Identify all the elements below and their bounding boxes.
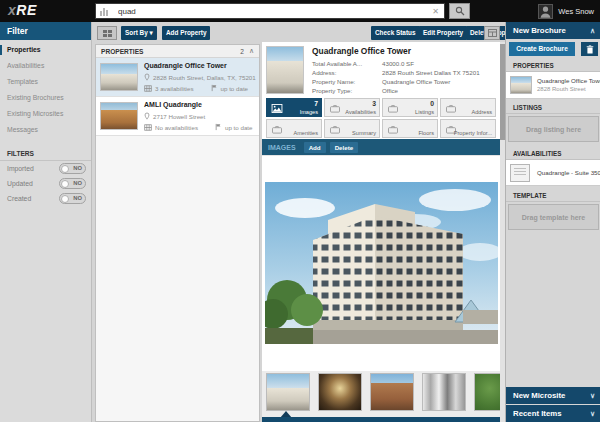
user-avatar-icon: [538, 4, 553, 19]
toggle-knob: [61, 180, 69, 188]
new-microsite-header[interactable]: New Microsite ∨: [506, 387, 600, 404]
brochure-sidebar: New Brochure ∧ Create Brochure PROPERTIE…: [505, 22, 600, 422]
collapse-list-icon[interactable]: ∧: [249, 47, 254, 55]
imported-toggle[interactable]: NO: [59, 163, 86, 174]
chevron-down-icon[interactable]: ∨: [590, 387, 595, 404]
add-image-button[interactable]: Add: [304, 142, 326, 153]
template-drop-zone[interactable]: Drag template here: [508, 204, 599, 230]
sidebar-item-availabilities[interactable]: Availabilities: [0, 60, 91, 72]
search-input[interactable]: [114, 7, 427, 16]
tab-label: Address: [471, 109, 492, 115]
property-name: AMLI Quadrangle: [144, 101, 202, 108]
briefcase-icon: [271, 125, 283, 134]
magnifier-icon: [455, 6, 465, 16]
property-detail-panel: Quadrangle Office Tower Total Available …: [262, 42, 500, 422]
location-pin-icon: [144, 73, 150, 81]
field-row: Property Name:Quadrangle Office Tower: [312, 77, 480, 86]
chevron-up-icon[interactable]: ∧: [590, 22, 595, 39]
brochure-availability-card[interactable]: Quadrangle - Suite 350: [506, 160, 600, 186]
toggle-state: NO: [73, 180, 82, 186]
property-list-title: PROPERTIES: [101, 48, 240, 55]
property-list-item-quadrangle[interactable]: Quadrangle Office Tower 2828 Routh Stree…: [96, 58, 259, 97]
toggle-state: NO: [73, 165, 82, 171]
building-icon: [144, 85, 152, 92]
tab-availabilities[interactable]: 3 Availabilities: [324, 98, 380, 117]
images-toolbar: IMAGES Add Delete: [262, 139, 500, 155]
search-button[interactable]: [449, 3, 470, 19]
flag-icon: [215, 123, 222, 131]
property-status: up to date: [215, 123, 253, 131]
tab-listings[interactable]: 0 Listings: [382, 98, 438, 117]
listing-drop-zone[interactable]: Drag listing here: [508, 116, 599, 142]
property-availabilities: 3 availabilities: [155, 85, 194, 92]
field-label: Property Type:: [312, 86, 382, 95]
sidebar-item-messages[interactable]: Messages: [0, 124, 91, 136]
edit-property-button[interactable]: Edit Property: [419, 26, 467, 40]
tab-label: Summary: [352, 130, 376, 136]
clear-search-icon[interactable]: ✕: [427, 7, 444, 16]
created-toggle[interactable]: NO: [59, 193, 86, 204]
sidebar-item-existing-brochures[interactable]: Existing Brochures: [0, 92, 91, 104]
brochure-trash-button[interactable]: [581, 42, 598, 56]
check-status-button[interactable]: Check Status: [371, 26, 420, 40]
field-value: 2828 Routh Street Dallas TX 75201: [382, 68, 480, 77]
property-list-item-amli[interactable]: AMLI Quadrangle 2717 Howell Street No av…: [96, 97, 259, 136]
tab-floors[interactable]: Floors: [382, 119, 438, 138]
tab-address[interactable]: Address: [440, 98, 496, 117]
field-value: 43000.0 SF: [382, 59, 414, 68]
tab-count: 3: [372, 100, 376, 107]
tab-label: Listings: [415, 109, 434, 115]
detail-fields: Total Available A...43000.0 SF Address:2…: [312, 59, 480, 95]
app-window: xRE ✕ Wes Snow Filter Properties Availab…: [0, 0, 600, 422]
recent-items-title: Recent Items: [513, 409, 562, 418]
brochure-property-card[interactable]: Quadrangle Office Tower 2828 Routh Stree…: [506, 72, 600, 99]
brochure-property-thumbnail: [510, 76, 532, 94]
delete-image-button[interactable]: Delete: [330, 142, 359, 153]
brochure-availability-name: Quadrangle - Suite 350: [537, 169, 600, 176]
brochure-property-name: Quadrangle Office Tower: [537, 77, 600, 84]
property-address: 2828 Routh Street, Dallas, TX, 75201: [153, 74, 256, 81]
detail-tabs: 7 Images 3 Availabilities 0 Listings Add…: [266, 98, 496, 138]
create-brochure-button[interactable]: Create Brochure: [509, 42, 575, 56]
property-address-line: 2717 Howell Street: [144, 112, 205, 120]
toggle-knob: [61, 195, 69, 203]
image-thumbnail-1[interactable]: [266, 373, 310, 411]
sidebar-item-existing-microsites[interactable]: Existing Microsites: [0, 108, 91, 120]
detail-title: Quadrangle Office Tower: [312, 46, 411, 56]
sort-by-button[interactable]: Sort By ▾: [121, 26, 157, 40]
sidebar-item-templates[interactable]: Templates: [0, 76, 91, 88]
filter-sidebar: Filter Properties Availabilities Templat…: [0, 22, 92, 422]
briefcase-icon: [387, 125, 399, 134]
updated-toggle[interactable]: NO: [59, 178, 86, 189]
briefcase-icon: [329, 104, 341, 113]
property-meta-line: No availabilities up to date: [144, 123, 253, 131]
image-thumbnail-3[interactable]: [370, 373, 414, 411]
chevron-down-icon[interactable]: ∨: [590, 405, 595, 422]
property-thumbnail: [100, 63, 138, 91]
image-thumbnail-2[interactable]: [318, 373, 362, 411]
new-brochure-header[interactable]: New Brochure ∧: [506, 22, 600, 39]
tab-summary[interactable]: Summary: [324, 119, 380, 138]
filter-row-imported: Imported NO: [0, 161, 91, 176]
brochure-template-label: TEMPLATE: [506, 190, 600, 202]
report-button[interactable]: [484, 26, 500, 40]
briefcase-icon: [445, 104, 457, 113]
view-mode-button[interactable]: [97, 26, 117, 40]
image-thumbnail-4[interactable]: [422, 373, 466, 411]
tab-images[interactable]: 7 Images: [266, 98, 322, 117]
tab-amenities[interactable]: Amenities: [266, 119, 322, 138]
tab-property-information[interactable]: Property Infor...: [440, 119, 496, 138]
recent-items-header[interactable]: Recent Items ∨: [506, 405, 600, 422]
logo-text-re: RE: [16, 2, 36, 18]
property-list-panel: PROPERTIES 2 ∧ Quadrangle Office Tower 2…: [95, 44, 260, 422]
user-menu[interactable]: Wes Snow: [538, 0, 594, 22]
property-address: 2717 Howell Street: [153, 113, 205, 120]
tab-label: Property Infor...: [454, 130, 492, 136]
filter-sidebar-title: Filter: [0, 22, 91, 40]
sidebar-item-properties[interactable]: Properties: [0, 44, 91, 56]
field-row: Address:2828 Routh Street Dallas TX 7520…: [312, 68, 480, 77]
flag-icon: [211, 84, 218, 92]
property-list-header: PROPERTIES 2 ∧: [96, 45, 259, 58]
add-property-button[interactable]: Add Property: [162, 26, 210, 40]
filter-row-created: Created NO: [0, 191, 91, 206]
